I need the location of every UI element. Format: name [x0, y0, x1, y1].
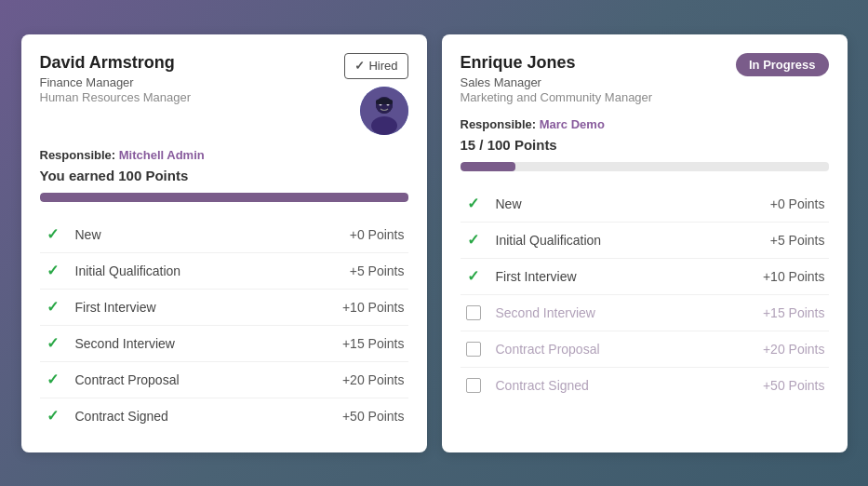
stage-name: Contract Proposal	[496, 342, 763, 357]
job-title-1: Sales Manager	[461, 75, 736, 89]
stage-list: ✓New+0 Points✓Initial Qualification+5 Po…	[461, 186, 829, 403]
stage-row: ✓First Interview+10 Points	[461, 258, 829, 294]
stage-row: ✓Initial Qualification+5 Points	[40, 252, 408, 289]
empty-checkbox-icon	[464, 304, 483, 322]
stage-name: Contract Proposal	[75, 372, 342, 387]
empty-checkbox-icon	[464, 340, 483, 358]
stage-row: ✓First Interview+10 Points	[40, 289, 408, 325]
status-badge: ✓Hired	[344, 53, 407, 79]
stage-name: New	[496, 196, 770, 211]
stage-points: +5 Points	[770, 233, 825, 248]
stage-name: Second Interview	[496, 305, 763, 320]
stage-name: First Interview	[75, 300, 342, 315]
job-title-1: Finance Manager	[40, 75, 345, 89]
header-left: Enrique JonesSales ManagerMarketing and …	[461, 53, 736, 104]
job-title-2: Human Resources Manager	[40, 90, 345, 104]
stage-row: ✓Contract Proposal+20 Points	[40, 361, 408, 398]
card-header: Enrique JonesSales ManagerMarketing and …	[461, 53, 829, 104]
svg-point-2	[371, 116, 397, 135]
stage-points: +50 Points	[342, 409, 405, 424]
points-label: You earned 100 Points	[40, 168, 408, 183]
status-badge: In Progress	[736, 53, 829, 76]
stage-points: +10 Points	[342, 300, 405, 315]
stage-points: +15 Points	[763, 305, 825, 320]
stage-row: ✓Contract Signed+50 Points	[40, 398, 408, 434]
stage-points: +0 Points	[770, 196, 825, 211]
stage-row: Contract Proposal+20 Points	[461, 331, 829, 367]
stage-points: +10 Points	[763, 269, 825, 284]
stage-points: +0 Points	[350, 227, 405, 242]
header-right: In Progress	[736, 53, 829, 76]
stage-row: ✓Initial Qualification+5 Points	[461, 222, 829, 258]
stage-name: First Interview	[496, 269, 763, 284]
candidate-name: Enrique Jones	[461, 53, 736, 73]
check-icon: ✓	[44, 225, 62, 244]
header-left: David ArmstrongFinance ManagerHuman Reso…	[40, 53, 345, 104]
stage-list: ✓New+0 Points✓Initial Qualification+5 Po…	[40, 217, 408, 434]
svg-rect-6	[376, 100, 393, 104]
progress-bar-fill	[461, 162, 515, 171]
points-label: 15 / 100 Points	[461, 137, 829, 153]
stage-name: Initial Qualification	[496, 233, 770, 248]
responsible-label: Responsible: Marc Demo	[461, 117, 829, 131]
progress-bar-fill	[40, 193, 408, 202]
stage-name: New	[75, 227, 350, 242]
empty-checkbox-icon	[464, 376, 483, 395]
card-enrique: Enrique JonesSales ManagerMarketing and …	[442, 34, 848, 452]
stage-row: ✓Second Interview+15 Points	[40, 325, 408, 361]
check-icon: ✓	[464, 231, 483, 250]
stage-name: Contract Signed	[75, 409, 342, 424]
stage-row: Second Interview+15 Points	[461, 294, 829, 331]
responsible-label: Responsible: Mitchell Admin	[40, 148, 408, 162]
stage-points: +20 Points	[342, 372, 405, 387]
check-icon: ✓	[44, 334, 62, 353]
header-right: ✓Hired	[344, 53, 407, 135]
check-icon: ✓	[44, 298, 62, 317]
responsible-section: Responsible: Mitchell Admin	[40, 148, 408, 162]
stage-row: Contract Signed+50 Points	[461, 367, 829, 403]
progress-bar	[40, 193, 408, 202]
job-title-2: Marketing and Community Manager	[461, 90, 736, 104]
stage-points: +20 Points	[763, 342, 825, 357]
stage-row: ✓New+0 Points	[461, 186, 829, 222]
cards-container: David ArmstrongFinance ManagerHuman Reso…	[7, 20, 862, 467]
candidate-name: David Armstrong	[40, 53, 345, 73]
card-david: David ArmstrongFinance ManagerHuman Reso…	[21, 34, 427, 452]
check-icon: ✓	[44, 262, 62, 280]
stage-row: ✓New+0 Points	[40, 217, 408, 252]
avatar	[360, 87, 408, 135]
stage-name: Second Interview	[75, 336, 342, 351]
stage-name: Contract Signed	[496, 378, 763, 393]
stage-points: +15 Points	[342, 336, 405, 351]
card-header: David ArmstrongFinance ManagerHuman Reso…	[40, 53, 408, 135]
responsible-section: Responsible: Marc Demo	[461, 117, 829, 131]
check-icon: ✓	[44, 371, 62, 389]
progress-bar	[461, 162, 829, 171]
stage-points: +5 Points	[350, 263, 405, 278]
stage-name: Initial Qualification	[75, 263, 350, 278]
check-icon: ✓	[464, 195, 483, 213]
stage-points: +50 Points	[763, 378, 825, 393]
check-icon: ✓	[44, 407, 62, 425]
check-icon: ✓	[464, 267, 483, 286]
